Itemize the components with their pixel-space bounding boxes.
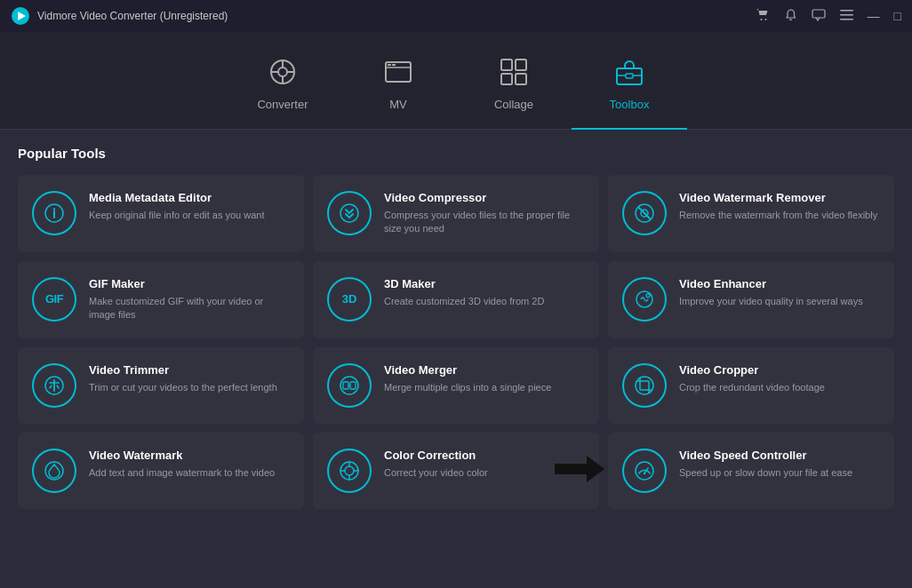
minimize-icon[interactable]: — [868,9,880,23]
tool-card-video-watermark-remover[interactable]: Video Watermark Remover Remove the water… [608,175,894,252]
mv-icon [384,58,412,92]
app-logo-icon [11,6,30,26]
video-speed-controller-name: Video Speed Controller [679,449,852,462]
nav-item-toolbox[interactable]: Toolbox [572,41,687,130]
section-title: Popular Tools [18,146,894,161]
video-speed-controller-info: Video Speed Controller Speed up or slow … [679,449,852,480]
menu-icon[interactable] [840,9,853,23]
chat-icon[interactable] [812,9,826,24]
video-speed-controller-desc: Speed up or slow down your file at ease [679,466,852,480]
cart-icon[interactable] [756,8,770,25]
media-metadata-editor-info: Media Metadata Editor Keep original file… [89,191,265,222]
video-enhancer-info: Video Enhancer Improve your video qualit… [679,277,863,308]
tool-card-video-enhancer[interactable]: Video Enhancer Improve your video qualit… [608,261,894,338]
svg-point-58 [644,472,645,473]
video-trimmer-name: Video Trimmer [89,363,277,377]
bell-icon[interactable] [784,8,797,24]
video-enhancer-desc: Improve your video quality in several wa… [679,295,863,308]
maximize-icon[interactable]: □ [894,9,901,23]
gif-maker-icon: GIF [32,277,76,322]
content-area: Popular Tools Media Metadata Editor Keep… [0,130,912,588]
tool-card-video-cropper[interactable]: Video Cropper Crop the redundant video f… [608,347,894,424]
color-correction-desc: Correct your video color [384,466,488,480]
converter-icon [268,58,297,92]
svg-rect-21 [516,74,526,84]
tool-card-video-compressor[interactable]: Video Compressor Compress your video fil… [313,175,599,252]
video-compressor-icon [327,191,372,235]
media-metadata-editor-icon [32,191,76,235]
svg-rect-6 [840,14,853,16]
svg-rect-7 [840,19,853,20]
color-correction-icon [327,449,372,493]
svg-point-42 [636,377,653,394]
video-compressor-desc: Compress your video files to the proper … [384,209,585,236]
gif-maker-name: GIF Maker [89,277,290,290]
tool-card-video-watermark[interactable]: Video Watermark Add text and image water… [18,433,304,509]
nav-label-toolbox: Toolbox [610,98,650,111]
video-merger-icon [327,363,372,408]
3d-maker-icon: 3D [327,277,372,322]
gif-maker-info: GIF Maker Make customized GIF with your … [89,277,290,322]
svg-rect-18 [501,60,512,70]
video-watermark-name: Video Watermark [89,449,275,462]
3d-maker-info: 3D Maker Create customized 3D video from… [384,277,544,308]
svg-rect-39 [343,382,348,389]
video-compressor-info: Video Compressor Compress your video fil… [384,191,585,236]
video-cropper-name: Video Cropper [679,363,825,377]
3d-maker-name: 3D Maker [384,277,544,290]
video-merger-name: Video Merger [384,363,551,377]
tool-card-media-metadata-editor[interactable]: Media Metadata Editor Keep original file… [18,175,304,252]
nav-bar: Converter MV Collage [0,32,912,130]
collage-icon [500,58,528,92]
video-enhancer-icon [622,277,667,322]
title-bar-controls: — □ [756,8,901,25]
gif-maker-desc: Make customized GIF with your video or i… [89,295,290,322]
last-row: Video Watermark Add text and image water… [18,433,894,509]
svg-rect-22 [617,68,642,84]
media-metadata-editor-desc: Keep original file info or edit as you w… [89,209,265,222]
video-trimmer-icon [32,363,76,408]
svg-rect-17 [392,64,396,66]
video-trimmer-info: Video Trimmer Trim or cut your videos to… [89,363,277,394]
svg-rect-5 [840,10,853,12]
svg-rect-20 [501,74,512,84]
video-compressor-name: Video Compressor [384,191,585,204]
tool-card-video-merger[interactable]: Video Merger Merge multiple clips into a… [313,347,599,424]
video-merger-desc: Merge multiple clips into a single piece [384,381,551,394]
app-title: Vidmore Video Converter (Unregistered) [37,10,228,22]
color-correction-name: Color Correction [384,449,488,462]
svg-point-2 [760,19,762,20]
video-cropper-icon [622,363,667,408]
toolbox-icon [615,58,644,92]
tool-card-3d-maker[interactable]: 3D 3D Maker Create customized 3D video f… [313,261,599,338]
svg-point-34 [646,294,650,298]
color-correction-info: Color Correction Correct your video colo… [384,449,488,480]
nav-item-converter[interactable]: Converter [225,41,340,130]
svg-point-50 [345,466,354,475]
svg-rect-19 [516,60,526,70]
video-watermark-icon [32,449,76,493]
video-enhancer-name: Video Enhancer [679,277,863,290]
svg-point-9 [278,68,287,76]
svg-point-3 [764,19,766,20]
svg-rect-4 [812,10,825,18]
svg-rect-16 [388,64,391,66]
nav-label-collage: Collage [494,98,533,111]
tools-grid: Media Metadata Editor Keep original file… [18,175,894,424]
arrow-pointer [555,456,604,486]
nav-label-mv: MV [389,98,407,111]
tool-card-gif-maker[interactable]: GIF GIF Maker Make customized GIF with y… [18,261,304,338]
speed-controller-wrapper: Video Speed Controller Speed up or slow … [608,433,894,509]
tool-card-video-speed-controller[interactable]: Video Speed Controller Speed up or slow … [608,433,894,509]
video-cropper-desc: Crop the redundant video footage [679,381,825,394]
3d-maker-desc: Create customized 3D video from 2D [384,295,544,308]
nav-item-mv[interactable]: MV [340,41,456,130]
nav-item-collage[interactable]: Collage [456,41,572,130]
title-bar-left: Vidmore Video Converter (Unregistered) [11,6,228,26]
svg-point-28 [53,208,55,210]
video-cropper-info: Video Cropper Crop the redundant video f… [679,363,825,394]
nav-label-converter: Converter [257,98,308,111]
video-watermark-remover-name: Video Watermark Remover [679,191,877,204]
video-watermark-remover-desc: Remove the watermark from the video flex… [679,209,877,222]
tool-card-video-trimmer[interactable]: Video Trimmer Trim or cut your videos to… [18,347,304,424]
